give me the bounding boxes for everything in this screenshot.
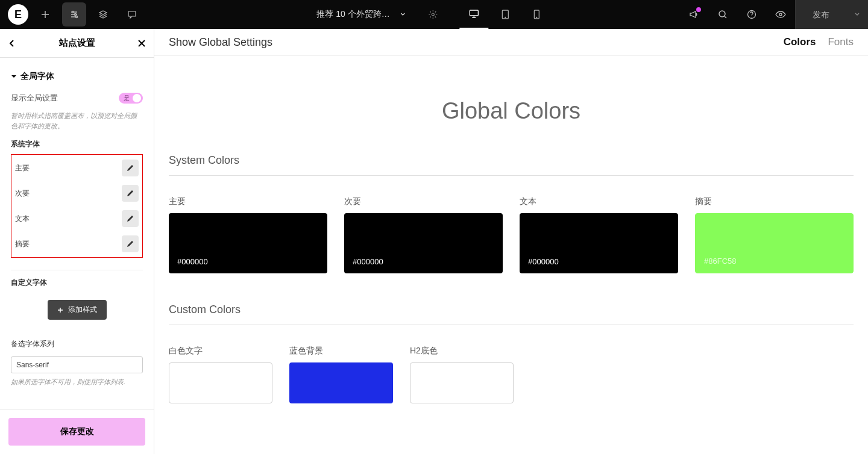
comment-icon [127,10,137,19]
swatch-hex: #000000 [177,257,208,266]
sidebar-panel: 站点设置 全局字体 显示全局设置 是 暂时用样式指南覆盖画布，以预览对全局颜色和… [0,29,154,454]
gear-icon[interactable] [429,10,438,19]
color-label: H2底色 [410,346,514,356]
color-swatch-custom-3[interactable] [410,362,514,403]
eye-icon [775,10,786,19]
publish-button[interactable]: 发布 [795,0,846,29]
system-fonts-label: 系统字体 [11,139,143,149]
color-cell-primary: 主要 #000000 [169,196,327,273]
color-swatch-secondary[interactable]: #000000 [344,213,503,273]
swatch-hex: #86FC58 [704,257,736,266]
content-top-bar: Show Global Settings Colors Fonts [154,29,868,56]
edit-font-primary[interactable] [122,160,139,176]
edit-font-accent[interactable] [122,235,139,252]
edit-font-text[interactable] [122,210,139,227]
settings-button[interactable] [62,2,86,26]
font-row-accent: 摘要 [15,235,139,252]
svg-point-0 [75,14,77,16]
swatch-hex: #000000 [353,257,383,266]
color-cell-accent: 摘要 #86FC58 [695,196,854,273]
announcements-button[interactable] [679,0,708,29]
save-changes-button[interactable]: 保存更改 [8,418,145,446]
fallback-font-label: 备选字体系列 [11,339,143,349]
color-label: 文本 [520,196,678,207]
color-cell-text: 文本 #000000 [520,196,678,273]
back-button[interactable] [7,39,17,48]
preview-button[interactable] [766,0,795,29]
font-label: 次要 [15,188,30,199]
toggle-help-text: 暂时用样式指南覆盖画布，以预览对全局颜色和字体的更改。 [11,111,143,131]
finder-button[interactable] [708,0,737,29]
font-label: 文本 [15,214,30,224]
color-cell-custom-3: H2底色 [410,346,514,403]
custom-fonts-label: 自定义字体 [11,278,143,288]
color-swatch-accent[interactable]: #86FC58 [695,213,854,273]
help-button[interactable] [737,0,766,29]
device-tablet[interactable] [491,0,520,29]
chevron-down-icon[interactable] [400,11,407,18]
desktop-icon [469,8,480,19]
caret-down-icon [11,73,17,79]
show-global-settings-toggle[interactable]: 是 [119,93,143,104]
layers-icon [98,10,108,19]
custom-colors-section: Custom Colors 白色文字 蓝色背景 H2底色 [154,303,868,428]
system-fonts-list: 主要 次要 文本 摘要 [11,154,143,258]
toggle-on-text: 是 [124,94,130,102]
mobile-icon [533,9,541,20]
fallback-font-input[interactable] [11,356,143,373]
svg-point-6 [505,17,506,18]
svg-point-3 [432,13,435,16]
publish-options-button[interactable] [846,0,868,29]
add-element-button[interactable] [33,2,57,26]
document-title[interactable]: 推荐 10 个外贸跨… [316,9,389,20]
chevron-left-icon [7,39,17,48]
color-swatch-custom-1[interactable] [169,362,272,403]
device-desktop[interactable] [460,0,489,29]
font-row-secondary: 次要 [15,185,139,202]
color-label: 摘要 [695,196,854,207]
tab-colors[interactable]: Colors [784,36,816,48]
show-global-settings-row: 显示全局设置 是 [11,89,143,107]
pencil-icon [127,164,134,172]
tab-fonts[interactable]: Fonts [828,36,854,48]
device-switcher [460,0,552,29]
tablet-icon [501,9,511,20]
color-swatch-text[interactable]: #000000 [520,213,678,273]
custom-colors-header: Custom Colors [169,303,854,325]
swatch-hex: #000000 [528,257,559,266]
add-style-button[interactable]: 添加样式 [48,300,107,320]
color-label: 次要 [344,196,503,207]
pencil-icon [127,215,134,222]
font-row-primary: 主要 [15,160,139,176]
elementor-logo[interactable]: E [8,4,28,25]
pencil-icon [127,240,134,247]
color-swatch-primary[interactable]: #000000 [169,213,327,273]
plus-icon [57,307,63,313]
accordion-label: 全局字体 [20,71,54,82]
font-label: 主要 [15,163,30,173]
sidebar-body: 全局字体 显示全局设置 是 暂时用样式指南覆盖画布，以预览对全局颜色和字体的更改… [0,58,154,409]
sidebar-header: 站点设置 [0,29,154,58]
device-mobile[interactable] [523,0,552,29]
topbar-center: 推荐 10 个外贸跨… [316,0,551,29]
main-area: 站点设置 全局字体 显示全局设置 是 暂时用样式指南覆盖画布，以预览对全局颜色和… [0,29,868,454]
svg-point-1 [72,11,74,13]
close-button[interactable] [137,39,146,48]
edit-font-secondary[interactable] [122,185,139,202]
svg-point-11 [779,13,782,16]
chevron-down-icon [854,11,861,18]
system-colors-grid: 主要 #000000 次要 #000000 文本 #000000 [169,196,854,273]
top-bar: E 推荐 10 个外贸跨… [0,0,868,29]
content-tabs: Colors Fonts [784,36,854,48]
sliders-icon [69,10,79,19]
svg-point-9 [719,11,725,17]
color-label: 蓝色背景 [289,346,393,356]
plus-icon [40,10,50,19]
comments-button[interactable] [120,2,144,26]
color-swatch-custom-2[interactable] [289,362,393,403]
structure-button[interactable] [91,2,115,26]
font-row-text: 文本 [15,210,139,227]
accordion-global-fonts[interactable]: 全局字体 [11,64,143,89]
toggle-label: 显示全局设置 [11,93,58,104]
pencil-icon [127,190,134,197]
